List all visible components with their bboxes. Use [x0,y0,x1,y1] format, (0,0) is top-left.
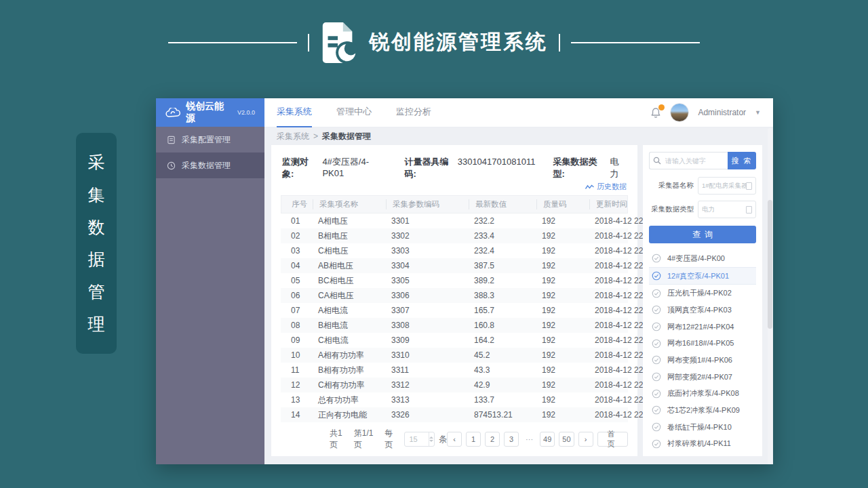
device-item[interactable]: 网布12#21#/4-PK04 [649,319,756,336]
table-cell: 192 [536,365,589,375]
device-item[interactable]: 网布变频1#/4-PK06 [649,352,756,369]
device-label: 底面衬冲浆泵/4-PK08 [667,388,739,399]
prev-page-button[interactable]: ‹ [447,432,462,447]
table-row: 07A相电流3307165.71922018-4-12 22:30:45 [281,303,628,318]
table-cell: 192 [536,231,589,241]
table-cell: B相有功功率 [312,365,385,376]
select-value: 电力 [702,205,715,214]
search-button[interactable]: 搜 索 [728,152,756,169]
sidebar: 锐创云能源 V2.0.0 采集配置管理采集数据管理 [156,98,264,464]
scrollbar-thumb[interactable] [768,200,772,329]
device-label: 压光机干燥/4-PK02 [667,288,732,298]
data-type-select[interactable]: 电力 [698,201,756,218]
table-cell: 3307 [385,306,468,315]
page-number-button[interactable]: 3 [504,432,519,447]
page-size-field[interactable] [405,435,428,443]
table-cell: 3305 [385,276,468,285]
table-cell: 192 [536,306,589,315]
notification-bell-icon[interactable] [650,107,661,119]
table-cell: 3312 [385,380,468,390]
table-cell: 07 [281,306,312,315]
page-number-button[interactable]: 1 [466,432,481,447]
vertical-label-char: 采 [88,154,105,171]
device-item[interactable]: 卷纸缸干燥/4-PK10 [649,419,756,436]
device-label: 网布16#18#/4-PK05 [667,338,734,348]
info-field-label: 计量器具编码: [405,156,454,180]
per-page-unit: 条 [439,434,447,445]
filter-label: 采集数据类型 [649,205,694,214]
table-cell: 11 [281,365,312,375]
table-cell: 01 [281,216,312,226]
page-size-input[interactable] [404,432,435,447]
device-item[interactable]: 网布16#18#/4-PK05 [649,335,756,352]
table-row: 08B相电流3308160.81922018-4-12 22:30:45 [281,318,628,333]
page-number-button[interactable]: 50 [559,432,574,447]
table-cell: 192 [536,261,589,270]
vertical-module-label: 采集数据管理 [76,133,117,354]
table-cell: A相有功功率 [312,350,385,361]
filter-label: 采集器名称 [649,181,694,190]
banner-right-tick [559,34,560,52]
info-field-label: 监测对象: [282,156,318,180]
main-area: 采集系统管理中心监控分析 Administrator ▼ 采集系统 > 采集数据… [264,98,773,464]
table-cell: 45.2 [468,350,536,360]
device-item[interactable]: 4#变压器/4-PK00 [649,250,756,267]
device-label: 4#变压器/4-PK00 [667,253,725,264]
table-cell: 232.2 [468,216,536,226]
table-cell: 192 [536,380,589,390]
query-button[interactable]: 查询 [649,226,756,243]
table-column-header: 更新时间 [589,199,627,209]
vertical-label-char: 数 [88,219,105,236]
per-page-label: 每页 [384,428,400,451]
table-cell: C相电流 [312,335,385,346]
table-cell: B相电压 [312,230,385,242]
table-cell: 3326 [385,410,468,420]
device-label: 网部变频2#/4-PK07 [667,372,732,382]
device-item[interactable]: 芯1芯2冲浆泵/4-PK09 [649,402,756,419]
table-cell: 13 [281,395,312,405]
page-ellipsis: ··· [523,432,536,447]
table-cell: 192 [536,395,589,405]
next-page-button[interactable]: › [578,432,593,447]
table-cell: 06 [281,291,312,300]
collector-select[interactable]: 1#配电房采集器 [698,177,756,195]
device-item[interactable]: 顶网真空泵/4-PK03 [649,302,756,319]
table-cell: 192 [536,291,589,300]
table-row: 05BC相电压3305389.21922018-4-12 22:30:45 [281,273,628,288]
collector-name-filter: 采集器名称1#配电房采集器 [649,177,756,195]
table-cell: 192 [536,216,589,226]
table-row: 02B相电压3302233.41922018-4-12 22:30:45 [281,228,628,243]
breadcrumb-parent[interactable]: 采集系统 [277,131,309,142]
search-icon [653,157,661,165]
table-cell: 165.7 [468,306,536,315]
table-cell: 3313 [385,395,468,405]
page-number-button[interactable]: 2 [485,432,500,447]
sidebar-item-label: 采集配置管理 [182,134,231,146]
sidebar-item-collect-config[interactable]: 采集配置管理 [156,127,264,152]
device-item[interactable]: 12#真空泵/4-PK01 [649,267,756,285]
chevron-down-icon[interactable]: ▼ [755,109,761,116]
user-avatar[interactable] [670,103,689,122]
stepper-icon[interactable] [429,432,434,446]
nav-tab-0[interactable]: 采集系统 [277,98,312,127]
device-item[interactable]: 网部变频2#/4-PK07 [649,369,756,386]
sidebar-item-collect-data[interactable]: 采集数据管理 [156,152,264,178]
table-cell: 232.4 [468,246,536,256]
device-item[interactable]: 衬浆碎浆机/4-PK11 [649,435,756,452]
nav-tab-2[interactable]: 监控分析 [396,98,431,127]
user-name[interactable]: Administrator [698,108,746,117]
table-cell: 3304 [385,261,468,270]
page-number-button[interactable]: 49 [540,432,555,447]
device-item[interactable]: 压光机干燥/4-PK02 [649,285,756,302]
nav-tab-1[interactable]: 管理中心 [336,98,372,127]
search-input[interactable] [664,157,724,165]
select-value: 1#配电房采集器 [702,182,746,190]
table-cell: 387.5 [468,261,536,270]
table-column-header: 序号 [281,199,313,209]
device-item[interactable]: 底面衬冲浆泵/4-PK08 [649,385,756,402]
device-label: 顶网真空泵/4-PK03 [667,305,732,315]
history-data-link[interactable]: 历史数据 [585,182,627,192]
monitor-info-field: 监测对象:4#变压器/4-PK01 [282,156,387,180]
first-page-button[interactable]: 首页 [597,432,628,447]
table-cell: 874513.21 [468,410,536,420]
